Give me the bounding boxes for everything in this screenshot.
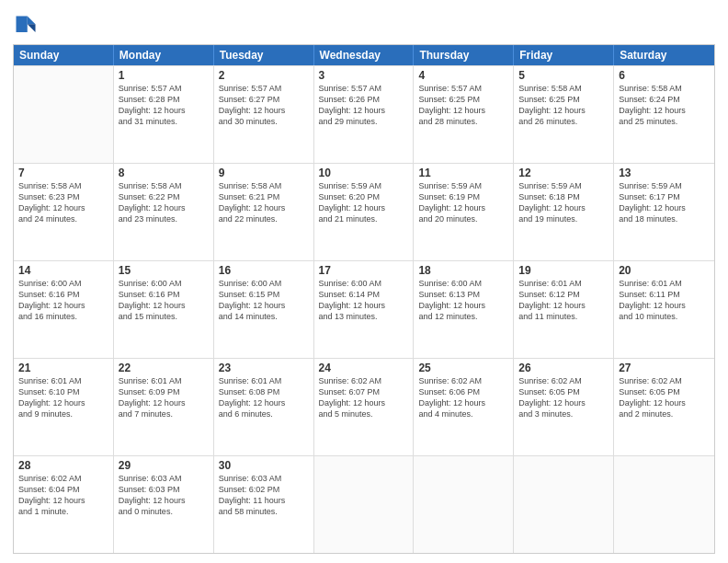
calendar-row-1: 7Sunrise: 5:58 AM Sunset: 6:23 PM Daylig… xyxy=(14,163,714,260)
day-number: 15 xyxy=(119,264,209,277)
day-number: 10 xyxy=(319,167,409,179)
weekday-header-monday: Monday xyxy=(114,45,214,65)
day-number: 18 xyxy=(418,264,508,277)
cell-info: Sunrise: 6:01 AM Sunset: 6:10 PM Dayligh… xyxy=(18,375,108,420)
header xyxy=(13,9,715,39)
day-number: 14 xyxy=(18,264,108,277)
weekday-header-sunday: Sunday xyxy=(14,45,114,65)
cell-info: Sunrise: 5:57 AM Sunset: 6:26 PM Dayligh… xyxy=(319,83,409,128)
calendar-cell xyxy=(514,456,614,553)
cell-info: Sunrise: 6:01 AM Sunset: 6:11 PM Dayligh… xyxy=(619,278,710,323)
calendar-cell: 21Sunrise: 6:01 AM Sunset: 6:10 PM Dayli… xyxy=(14,359,114,455)
cell-info: Sunrise: 6:00 AM Sunset: 6:16 PM Dayligh… xyxy=(119,278,209,323)
weekday-header-thursday: Thursday xyxy=(414,45,514,65)
day-number: 3 xyxy=(319,69,409,82)
calendar-cell xyxy=(414,456,514,553)
calendar-header: SundayMondayTuesdayWednesdayThursdayFrid… xyxy=(14,45,714,65)
calendar-cell: 9Sunrise: 5:58 AM Sunset: 6:21 PM Daylig… xyxy=(214,164,314,260)
calendar-cell: 12Sunrise: 5:59 AM Sunset: 6:18 PM Dayli… xyxy=(514,164,614,260)
calendar-row-0: 1Sunrise: 5:57 AM Sunset: 6:28 PM Daylig… xyxy=(14,65,714,163)
day-number: 12 xyxy=(518,167,609,179)
day-number: 29 xyxy=(119,459,209,472)
day-number: 28 xyxy=(18,459,108,472)
cell-info: Sunrise: 6:01 AM Sunset: 6:12 PM Dayligh… xyxy=(518,278,609,323)
calendar-cell: 26Sunrise: 6:02 AM Sunset: 6:05 PM Dayli… xyxy=(514,359,614,455)
calendar-cell: 24Sunrise: 6:02 AM Sunset: 6:07 PM Dayli… xyxy=(314,359,415,455)
cell-info: Sunrise: 6:01 AM Sunset: 6:09 PM Dayligh… xyxy=(119,375,209,420)
calendar-cell: 3Sunrise: 5:57 AM Sunset: 6:26 PM Daylig… xyxy=(314,66,415,163)
calendar-cell: 18Sunrise: 6:00 AM Sunset: 6:13 PM Dayli… xyxy=(414,261,514,358)
calendar-cell: 30Sunrise: 6:03 AM Sunset: 6:02 PM Dayli… xyxy=(214,456,314,553)
cell-info: Sunrise: 6:03 AM Sunset: 6:02 PM Dayligh… xyxy=(219,473,309,518)
calendar-cell: 27Sunrise: 6:02 AM Sunset: 6:05 PM Dayli… xyxy=(614,359,714,455)
day-number: 16 xyxy=(219,264,309,277)
cell-info: Sunrise: 5:58 AM Sunset: 6:23 PM Dayligh… xyxy=(18,180,108,225)
svg-marker-1 xyxy=(28,24,36,32)
calendar-cell: 10Sunrise: 5:59 AM Sunset: 6:20 PM Dayli… xyxy=(314,164,415,260)
calendar-cell: 28Sunrise: 6:02 AM Sunset: 6:04 PM Dayli… xyxy=(14,456,114,553)
calendar-cell xyxy=(314,456,415,553)
day-number: 4 xyxy=(418,69,508,82)
calendar-cell: 13Sunrise: 5:59 AM Sunset: 6:17 PM Dayli… xyxy=(614,164,714,260)
svg-rect-2 xyxy=(17,17,28,33)
weekday-header-friday: Friday xyxy=(514,45,614,65)
day-number: 9 xyxy=(219,167,309,179)
calendar-cell: 22Sunrise: 6:01 AM Sunset: 6:09 PM Dayli… xyxy=(114,359,214,455)
calendar-cell: 29Sunrise: 6:03 AM Sunset: 6:03 PM Dayli… xyxy=(114,456,214,553)
cell-info: Sunrise: 6:00 AM Sunset: 6:16 PM Dayligh… xyxy=(18,278,108,323)
day-number: 20 xyxy=(619,264,710,277)
calendar-cell: 5Sunrise: 5:58 AM Sunset: 6:25 PM Daylig… xyxy=(514,66,614,163)
cell-info: Sunrise: 5:58 AM Sunset: 6:22 PM Dayligh… xyxy=(119,180,209,225)
calendar-cell: 8Sunrise: 5:58 AM Sunset: 6:22 PM Daylig… xyxy=(114,164,214,260)
cell-info: Sunrise: 6:02 AM Sunset: 6:05 PM Dayligh… xyxy=(518,375,609,420)
calendar-cell: 14Sunrise: 6:00 AM Sunset: 6:16 PM Dayli… xyxy=(14,261,114,358)
cell-info: Sunrise: 6:00 AM Sunset: 6:15 PM Dayligh… xyxy=(219,278,309,323)
cell-info: Sunrise: 6:00 AM Sunset: 6:14 PM Dayligh… xyxy=(319,278,409,323)
day-number: 19 xyxy=(518,264,609,277)
cell-info: Sunrise: 5:58 AM Sunset: 6:24 PM Dayligh… xyxy=(619,83,710,128)
day-number: 21 xyxy=(18,362,108,374)
day-number: 25 xyxy=(418,362,508,374)
day-number: 8 xyxy=(119,167,209,179)
cell-info: Sunrise: 6:02 AM Sunset: 6:05 PM Dayligh… xyxy=(619,375,710,420)
day-number: 5 xyxy=(518,69,609,82)
calendar-cell: 7Sunrise: 5:58 AM Sunset: 6:23 PM Daylig… xyxy=(14,164,114,260)
calendar-cell xyxy=(14,66,114,163)
day-number: 2 xyxy=(219,69,309,82)
calendar-cell xyxy=(614,456,714,553)
calendar-cell: 19Sunrise: 6:01 AM Sunset: 6:12 PM Dayli… xyxy=(514,261,614,358)
day-number: 7 xyxy=(18,167,108,179)
day-number: 27 xyxy=(619,362,710,374)
day-number: 23 xyxy=(219,362,309,374)
logo-icon xyxy=(13,13,39,39)
day-number: 17 xyxy=(319,264,409,277)
cell-info: Sunrise: 6:02 AM Sunset: 6:07 PM Dayligh… xyxy=(319,375,409,420)
weekday-header-saturday: Saturday xyxy=(614,45,714,65)
calendar-cell: 25Sunrise: 6:02 AM Sunset: 6:06 PM Dayli… xyxy=(414,359,514,455)
day-number: 26 xyxy=(518,362,609,374)
page: SundayMondayTuesdayWednesdayThursdayFrid… xyxy=(0,0,728,563)
cell-info: Sunrise: 5:57 AM Sunset: 6:27 PM Dayligh… xyxy=(219,83,309,128)
cell-info: Sunrise: 5:58 AM Sunset: 6:25 PM Dayligh… xyxy=(518,83,609,128)
day-number: 13 xyxy=(619,167,710,179)
cell-info: Sunrise: 6:02 AM Sunset: 6:04 PM Dayligh… xyxy=(18,473,108,518)
calendar-row-3: 21Sunrise: 6:01 AM Sunset: 6:10 PM Dayli… xyxy=(14,358,714,455)
calendar: SundayMondayTuesdayWednesdayThursdayFrid… xyxy=(13,44,715,554)
calendar-body: 1Sunrise: 5:57 AM Sunset: 6:28 PM Daylig… xyxy=(14,65,714,553)
cell-info: Sunrise: 5:57 AM Sunset: 6:28 PM Dayligh… xyxy=(119,83,209,128)
day-number: 6 xyxy=(619,69,710,82)
cell-info: Sunrise: 5:59 AM Sunset: 6:17 PM Dayligh… xyxy=(619,180,710,225)
cell-info: Sunrise: 5:57 AM Sunset: 6:25 PM Dayligh… xyxy=(418,83,508,128)
calendar-row-4: 28Sunrise: 6:02 AM Sunset: 6:04 PM Dayli… xyxy=(14,455,714,553)
calendar-cell: 20Sunrise: 6:01 AM Sunset: 6:11 PM Dayli… xyxy=(614,261,714,358)
weekday-header-wednesday: Wednesday xyxy=(314,45,415,65)
calendar-cell: 23Sunrise: 6:01 AM Sunset: 6:08 PM Dayli… xyxy=(214,359,314,455)
cell-info: Sunrise: 6:03 AM Sunset: 6:03 PM Dayligh… xyxy=(119,473,209,518)
cell-info: Sunrise: 5:59 AM Sunset: 6:19 PM Dayligh… xyxy=(418,180,508,225)
cell-info: Sunrise: 6:01 AM Sunset: 6:08 PM Dayligh… xyxy=(219,375,309,420)
day-number: 1 xyxy=(119,69,209,82)
calendar-cell: 2Sunrise: 5:57 AM Sunset: 6:27 PM Daylig… xyxy=(214,66,314,163)
cell-info: Sunrise: 6:00 AM Sunset: 6:13 PM Dayligh… xyxy=(418,278,508,323)
day-number: 24 xyxy=(319,362,409,374)
calendar-cell: 15Sunrise: 6:00 AM Sunset: 6:16 PM Dayli… xyxy=(114,261,214,358)
